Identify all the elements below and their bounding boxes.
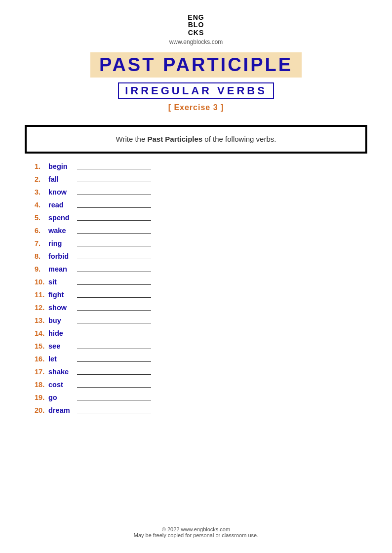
verb-word: wake xyxy=(48,227,74,235)
answer-line[interactable] xyxy=(77,310,151,311)
answer-line[interactable] xyxy=(77,361,151,362)
verb-number: 13. xyxy=(35,316,48,324)
answer-line[interactable] xyxy=(77,413,151,413)
main-title: PAST PARTICIPLE xyxy=(90,52,302,78)
logo: ENG BLO CKS xyxy=(188,14,204,37)
verb-word: know xyxy=(48,188,74,196)
verb-number: 2. xyxy=(35,175,48,183)
answer-line[interactable] xyxy=(77,272,151,272)
list-item: 4.read xyxy=(35,201,367,209)
list-item: 12.show xyxy=(35,304,367,312)
answer-line[interactable] xyxy=(77,246,151,246)
footer-notice: May be freely copied for personal or cla… xyxy=(134,532,259,538)
verb-word: fight xyxy=(48,291,74,299)
list-item: 13.buy xyxy=(35,316,367,324)
verb-word: spend xyxy=(48,214,74,222)
answer-line[interactable] xyxy=(77,169,151,169)
sub-title: IRREGULAR VERBS xyxy=(118,82,274,99)
instruction-suffix: of the following verbs. xyxy=(202,135,276,143)
list-item: 3.know xyxy=(35,188,367,196)
footer-copyright: © 2022 www.engblocks.com xyxy=(134,526,259,532)
list-item: 16.let xyxy=(35,355,367,363)
verb-number: 10. xyxy=(35,278,48,286)
verb-number: 3. xyxy=(35,188,48,196)
instruction-prefix: Write the xyxy=(116,135,148,143)
verb-word: show xyxy=(48,304,74,312)
verb-number: 14. xyxy=(35,329,48,337)
verb-number: 12. xyxy=(35,304,48,312)
list-item: 17.shake xyxy=(35,368,367,376)
page: ENG BLO CKS www.engblocks.com PAST PARTI… xyxy=(0,0,392,553)
verb-word: sit xyxy=(48,278,74,286)
answer-line[interactable] xyxy=(77,349,151,349)
verb-word: go xyxy=(48,394,74,401)
verb-number: 19. xyxy=(35,394,48,401)
list-item: 20.dream xyxy=(35,406,367,414)
verb-number: 17. xyxy=(35,368,48,376)
answer-line[interactable] xyxy=(77,374,151,375)
verb-word: forbid xyxy=(48,252,74,260)
website-url: www.engblocks.com xyxy=(169,39,223,45)
verb-number: 18. xyxy=(35,381,48,389)
verb-number: 8. xyxy=(35,252,48,260)
verb-word: cost xyxy=(48,381,74,389)
verb-word: fall xyxy=(48,175,74,183)
answer-line[interactable] xyxy=(77,207,151,208)
answer-line[interactable] xyxy=(77,284,151,285)
verb-number: 9. xyxy=(35,265,48,273)
answer-line[interactable] xyxy=(77,195,151,195)
verb-word: ring xyxy=(48,239,74,247)
logo-line3: CKS xyxy=(188,29,204,37)
title-section: PAST PARTICIPLE IRREGULAR VERBS [ Exerci… xyxy=(25,52,367,117)
answer-line[interactable] xyxy=(77,400,151,400)
answer-line[interactable] xyxy=(77,233,151,234)
answer-line[interactable] xyxy=(77,297,151,298)
list-item: 15.see xyxy=(35,342,367,350)
instruction-text: Write the Past Participles of the follow… xyxy=(116,135,276,143)
footer: © 2022 www.engblocks.com May be freely c… xyxy=(134,516,259,538)
verb-word: shake xyxy=(48,368,74,376)
list-item: 11.fight xyxy=(35,291,367,299)
verb-number: 1. xyxy=(35,162,48,170)
list-item: 9.mean xyxy=(35,265,367,273)
verb-word: begin xyxy=(48,162,74,170)
list-item: 19.go xyxy=(35,394,367,401)
verb-word: dream xyxy=(48,406,74,414)
answer-line[interactable] xyxy=(77,220,151,221)
verb-number: 7. xyxy=(35,239,48,247)
verb-word: buy xyxy=(48,316,74,324)
verb-number: 5. xyxy=(35,214,48,222)
answer-line[interactable] xyxy=(77,182,151,182)
verb-number: 16. xyxy=(35,355,48,363)
verb-number: 15. xyxy=(35,342,48,350)
verb-word: see xyxy=(48,342,74,350)
verb-word: read xyxy=(48,201,74,209)
answer-line[interactable] xyxy=(77,387,151,388)
answer-line[interactable] xyxy=(77,323,151,323)
list-item: 14.hide xyxy=(35,329,367,337)
verb-word: let xyxy=(48,355,74,363)
list-item: 7.ring xyxy=(35,239,367,247)
verb-number: 11. xyxy=(35,291,48,299)
verb-number: 6. xyxy=(35,227,48,235)
verb-number: 20. xyxy=(35,406,48,414)
list-item: 18.cost xyxy=(35,381,367,389)
answer-line[interactable] xyxy=(77,336,151,336)
verb-word: hide xyxy=(48,329,74,337)
logo-area: ENG BLO CKS www.engblocks.com xyxy=(169,14,223,50)
list-item: 2.fall xyxy=(35,175,367,183)
list-item: 8.forbid xyxy=(35,252,367,260)
list-item: 5.spend xyxy=(35,214,367,222)
instruction-bold: Past Participles xyxy=(147,135,202,143)
list-item: 10.sit xyxy=(35,278,367,286)
verb-number: 4. xyxy=(35,201,48,209)
instruction-box: Write the Past Participles of the follow… xyxy=(25,125,367,154)
exercise-label: [ Exercise 3 ] xyxy=(25,103,367,112)
verb-word: mean xyxy=(48,265,74,273)
answer-line[interactable] xyxy=(77,259,151,259)
verb-list: 1.begin2.fall3.know4.read5.spend6.wake7.… xyxy=(25,162,367,419)
list-item: 1.begin xyxy=(35,162,367,170)
logo-line2: BLO xyxy=(188,21,204,29)
list-item: 6.wake xyxy=(35,227,367,235)
logo-line1: ENG xyxy=(188,14,204,21)
